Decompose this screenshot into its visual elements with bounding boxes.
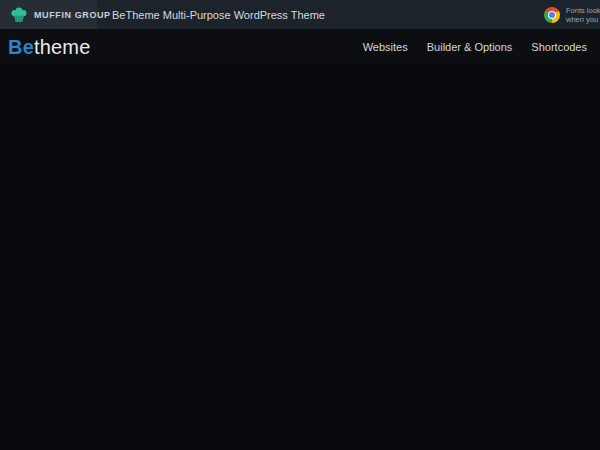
font-notice-text: Fonts look n when you c: [566, 6, 600, 24]
nav-item-websites[interactable]: Websites: [363, 41, 408, 53]
page-body: [0, 64, 600, 450]
font-notice-line1: Fonts look n: [566, 6, 600, 15]
main-nav: Websites Builder & Options Shortcodes: [363, 41, 587, 53]
site-header: Betheme Websites Builder & Options Short…: [0, 29, 600, 64]
logo-suffix: theme: [34, 36, 91, 58]
muffin-group-brand[interactable]: MUFFIN GROUP: [0, 0, 97, 29]
muffin-icon: [10, 6, 28, 24]
page-title: BeTheme Multi-Purpose WordPress Theme: [97, 0, 544, 29]
betheme-logo[interactable]: Betheme: [8, 37, 91, 57]
logo-prefix: Be: [8, 36, 34, 58]
nav-item-shortcodes[interactable]: Shortcodes: [531, 41, 587, 53]
font-notice: Fonts look n when you c: [544, 0, 600, 29]
topbar: MUFFIN GROUP BeTheme Multi-Purpose WordP…: [0, 0, 600, 29]
font-notice-line2: when you c: [566, 15, 600, 24]
nav-item-builder-options[interactable]: Builder & Options: [427, 41, 513, 53]
chrome-icon: [544, 7, 560, 23]
